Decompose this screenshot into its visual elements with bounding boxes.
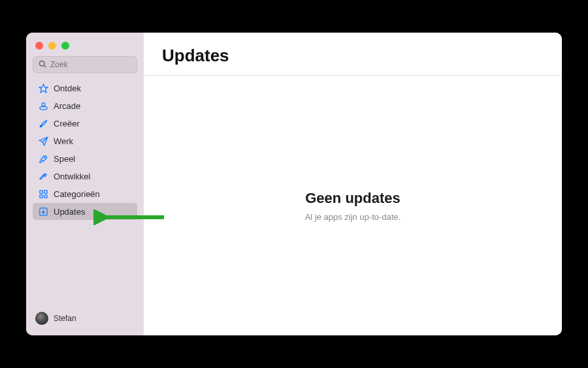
- fullscreen-window-button[interactable]: [61, 42, 69, 50]
- svg-marker-2: [39, 84, 48, 93]
- svg-point-6: [40, 125, 42, 127]
- svg-point-8: [44, 157, 44, 158]
- sidebar-item-categorieen[interactable]: Categorieën: [33, 185, 137, 202]
- star-icon: [38, 83, 48, 93]
- sidebar: Ontdek Arcade Creëer Werk: [26, 33, 144, 335]
- close-window-button[interactable]: [35, 42, 43, 50]
- sidebar-item-speel[interactable]: Speel: [33, 150, 137, 167]
- main-header: Updates: [144, 33, 562, 76]
- user-account[interactable]: Stefan: [33, 308, 137, 329]
- main-content: Updates Geen updates Al je apps zijn up-…: [144, 33, 562, 335]
- search-input[interactable]: [50, 60, 131, 69]
- search-field[interactable]: [33, 56, 137, 73]
- sidebar-item-label: Ontwikkel: [54, 172, 90, 181]
- sidebar-item-label: Speel: [54, 154, 75, 164]
- user-name: Stefan: [54, 314, 76, 323]
- minimize-window-button[interactable]: [48, 42, 56, 50]
- svg-point-4: [42, 102, 45, 106]
- sidebar-item-label: Categorieën: [54, 189, 100, 199]
- sidebar-item-ontdek[interactable]: Ontdek: [33, 80, 137, 97]
- sidebar-item-label: Werk: [54, 136, 73, 146]
- grid-icon: [38, 189, 48, 199]
- avatar: [35, 312, 48, 325]
- hammer-icon: [38, 171, 48, 181]
- sidebar-item-werk[interactable]: Werk: [33, 132, 137, 149]
- download-icon: [38, 206, 48, 217]
- sidebar-item-arcade[interactable]: Arcade: [33, 97, 137, 114]
- svg-point-0: [40, 61, 45, 67]
- empty-state: Geen updates Al je apps zijn up-to-date.: [144, 76, 562, 335]
- page-title: Updates: [162, 46, 544, 66]
- svg-rect-11: [39, 194, 42, 197]
- svg-rect-12: [44, 194, 46, 197]
- sidebar-item-label: Creëer: [54, 119, 80, 129]
- sidebar-item-updates[interactable]: Updates: [33, 203, 137, 220]
- app-window: Ontdek Arcade Creëer Werk: [26, 33, 562, 335]
- search-icon: [39, 59, 50, 70]
- paperplane-icon: [38, 136, 48, 146]
- sidebar-item-creeer[interactable]: Creëer: [33, 115, 137, 132]
- rocket-icon: [38, 153, 48, 164]
- sidebar-item-label: Arcade: [54, 101, 80, 111]
- sidebar-nav: Ontdek Arcade Creëer Werk: [33, 80, 137, 308]
- empty-state-title: Geen updates: [305, 190, 400, 207]
- svg-rect-9: [39, 190, 42, 192]
- empty-state-subtitle: Al je apps zijn up-to-date.: [305, 212, 401, 222]
- svg-line-1: [44, 65, 46, 67]
- sidebar-item-label: Ontdek: [54, 84, 81, 93]
- svg-rect-10: [44, 190, 46, 192]
- sidebar-item-label: Updates: [54, 207, 85, 217]
- window-controls: [33, 39, 137, 56]
- arcade-icon: [38, 100, 48, 111]
- brush-icon: [38, 118, 48, 129]
- sidebar-item-ontwikkel[interactable]: Ontwikkel: [33, 168, 137, 185]
